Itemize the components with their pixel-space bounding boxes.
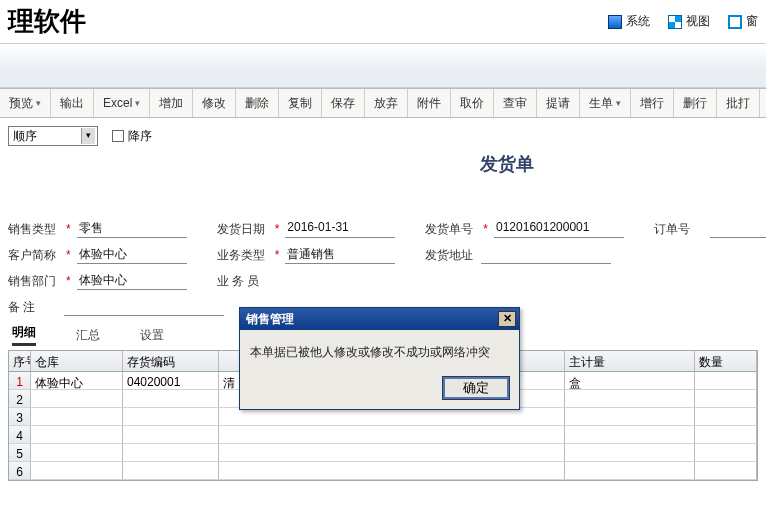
app-title: 理软件 xyxy=(8,4,86,39)
ok-button[interactable]: 确定 xyxy=(443,377,509,399)
caret-icon: ▾ xyxy=(135,98,140,108)
lbl-ship-date: 发货日期 xyxy=(217,221,269,238)
dialog-titlebar[interactable]: 销售管理 ✕ xyxy=(240,308,519,330)
table-row[interactable]: 3 xyxy=(9,408,757,426)
lbl-staff: 业 务 员 xyxy=(217,273,269,290)
window-icon xyxy=(728,15,742,29)
dialog-title-text: 销售管理 xyxy=(246,311,294,328)
tb-audit[interactable]: 查审 xyxy=(494,89,537,117)
tb-generate[interactable]: 生单▾ xyxy=(580,89,631,117)
menu-view[interactable]: 视图 xyxy=(668,13,710,30)
tb-copy[interactable]: 复制 xyxy=(279,89,322,117)
gh-unit[interactable]: 主计量 xyxy=(565,351,695,371)
menu-view-label: 视图 xyxy=(686,13,710,30)
menu-window-label: 窗 xyxy=(746,13,758,30)
modal-dialog: 销售管理 ✕ 本单据已被他人修改或修改不成功或网络冲突 确定 xyxy=(239,307,520,410)
tab-settings[interactable]: 设置 xyxy=(140,327,164,344)
gh-idx[interactable]: 序号 xyxy=(9,351,31,371)
top-menu: 系统 视图 窗 xyxy=(608,13,758,30)
tb-submit[interactable]: 提请 xyxy=(537,89,580,117)
lbl-dept: 销售部门 xyxy=(8,273,60,290)
tb-add-row[interactable]: 增行 xyxy=(631,89,674,117)
dialog-actions: 确定 xyxy=(240,369,519,409)
tb-locate[interactable]: 定位 xyxy=(760,89,766,117)
form-title: 发货单 xyxy=(480,152,534,176)
caret-icon: ▾ xyxy=(36,98,41,108)
tab-detail[interactable]: 明细 xyxy=(12,324,36,346)
tb-add[interactable]: 增加 xyxy=(150,89,193,117)
fld-sale-type[interactable]: 零售 xyxy=(77,220,187,238)
tb-discard[interactable]: 放弃 xyxy=(365,89,408,117)
caret-icon: ▾ xyxy=(616,98,621,108)
tb-attachment[interactable]: 附件 xyxy=(408,89,451,117)
fld-dept[interactable]: 体验中心 xyxy=(77,272,187,290)
lbl-ship-addr: 发货地址 xyxy=(425,247,477,264)
fld-order-no[interactable] xyxy=(710,220,766,238)
tb-modify[interactable]: 修改 xyxy=(193,89,236,117)
menu-system-label: 系统 xyxy=(626,13,650,30)
tab-summary[interactable]: 汇总 xyxy=(76,327,100,344)
chevron-down-icon: ▾ xyxy=(81,128,95,144)
fld-biz-type[interactable]: 普通销售 xyxy=(285,246,395,264)
toolbar: 预览▾ 输出 Excel▾ 增加 修改 删除 复制 保存 放弃 附件 取价 查审… xyxy=(0,88,766,118)
sort-select[interactable]: 顺序 ▾ xyxy=(8,126,98,146)
lbl-cust: 客户简称 xyxy=(8,247,60,264)
fld-ship-date[interactable]: 2016-01-31 xyxy=(285,220,395,238)
gh-code[interactable]: 存货编码 xyxy=(123,351,219,371)
monitor-icon xyxy=(608,15,622,29)
tb-batch-print[interactable]: 批打 xyxy=(717,89,760,117)
sub-toolbar: 顺序 ▾ 降序 xyxy=(0,118,766,154)
tb-output[interactable]: 输出 xyxy=(51,89,94,117)
table-row[interactable]: 6 xyxy=(9,462,757,480)
menu-window[interactable]: 窗 xyxy=(728,13,758,30)
dialog-message: 本单据已被他人修改或修改不成功或网络冲突 xyxy=(240,330,519,369)
sort-select-value: 顺序 xyxy=(13,128,37,145)
tb-del-row[interactable]: 删行 xyxy=(674,89,717,117)
lbl-order-no: 订单号 xyxy=(654,221,706,238)
checkbox-box xyxy=(112,130,124,142)
title-bar: 理软件 系统 视图 窗 xyxy=(0,0,766,44)
close-icon[interactable]: ✕ xyxy=(498,311,516,327)
table-row[interactable]: 5 xyxy=(9,444,757,462)
fld-ship-addr[interactable] xyxy=(481,246,611,264)
desc-checkbox[interactable]: 降序 xyxy=(112,128,152,145)
tb-preview[interactable]: 预览▾ xyxy=(0,89,51,117)
gh-warehouse[interactable]: 仓库 xyxy=(31,351,123,371)
lbl-sale-type: 销售类型 xyxy=(8,221,60,238)
ribbon-spacer xyxy=(0,44,766,88)
fld-cust[interactable]: 体验中心 xyxy=(77,246,187,264)
table-row[interactable]: 4 xyxy=(9,426,757,444)
tb-delete[interactable]: 删除 xyxy=(236,89,279,117)
fld-remark[interactable] xyxy=(64,298,224,316)
lbl-biz-type: 业务类型 xyxy=(217,247,269,264)
desc-label: 降序 xyxy=(128,128,152,145)
lbl-ship-no: 发货单号 xyxy=(425,221,477,238)
tb-save[interactable]: 保存 xyxy=(322,89,365,117)
tb-excel[interactable]: Excel▾ xyxy=(94,89,150,117)
fld-ship-no[interactable]: 01201601200001 xyxy=(494,220,624,238)
lbl-remark: 备 注 xyxy=(8,299,60,316)
menu-system[interactable]: 系统 xyxy=(608,13,650,30)
gh-qty[interactable]: 数量 xyxy=(695,351,757,371)
tb-fetch-price[interactable]: 取价 xyxy=(451,89,494,117)
grid-icon xyxy=(668,15,682,29)
